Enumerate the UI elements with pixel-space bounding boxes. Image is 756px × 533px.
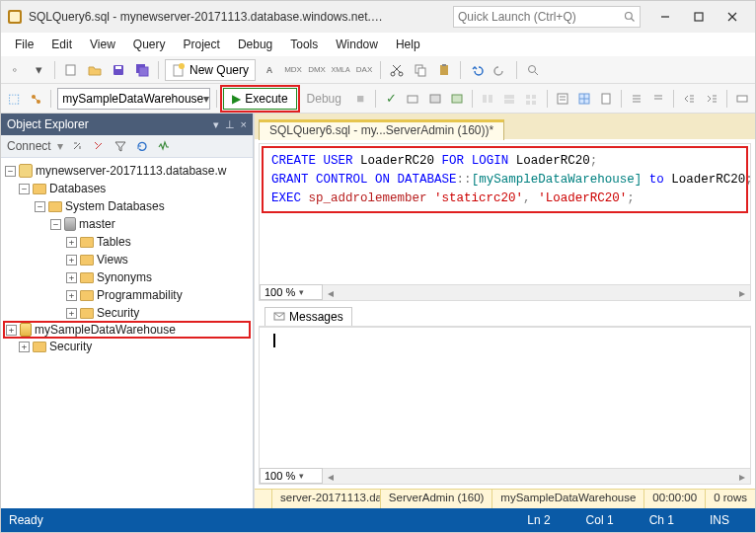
tree-views-node[interactable]: +Views (3, 251, 251, 268)
tree-master-node[interactable]: −master (3, 215, 251, 233)
menu-debug[interactable]: Debug (230, 36, 280, 53)
connect-icon[interactable] (69, 138, 85, 154)
results-to-file-icon[interactable] (597, 89, 615, 109)
xmla-icon[interactable]: XMLA (331, 60, 350, 80)
cancel-query-icon[interactable]: ■ (351, 89, 369, 109)
tree-my-dw-node[interactable]: +mySampleDataWarehouse (3, 321, 251, 339)
refresh-icon[interactable] (134, 138, 150, 154)
maximize-button[interactable] (682, 5, 716, 29)
query-options-icon[interactable] (426, 89, 444, 109)
xml-icon[interactable]: A (260, 60, 279, 80)
server-icon (19, 164, 33, 178)
horizontal-scrollbar[interactable]: ◂▸ (260, 284, 750, 300)
tree-tables-node[interactable]: +Tables (3, 233, 251, 251)
title-bar: SQLQuery6.sql - mynewserver-20171113.dat… (1, 1, 755, 33)
menu-tools[interactable]: Tools (282, 36, 326, 53)
tree-databases-node[interactable]: −Databases (3, 180, 251, 197)
zoom-selector[interactable]: 100 %▾ (260, 284, 323, 300)
results-to-grid-icon[interactable] (575, 89, 593, 109)
object-explorer-title: Object Explorer (7, 117, 89, 131)
tree-programmability-node[interactable]: +Programmability (3, 286, 251, 304)
svg-rect-37 (558, 94, 567, 104)
close-panel-icon[interactable]: × (241, 118, 247, 131)
svg-rect-34 (532, 95, 536, 99)
sql-editor-toolbar: ⬚ mySampleDataWarehouse ▾ ▶ Execute Debu… (1, 84, 755, 114)
svg-rect-26 (408, 96, 417, 103)
parse-icon[interactable]: ✓ (382, 89, 400, 109)
save-icon[interactable] (109, 60, 128, 80)
specify-values-icon[interactable] (733, 89, 751, 109)
menu-window[interactable]: Window (328, 36, 386, 53)
menu-help[interactable]: Help (388, 36, 428, 53)
status-rows: 0 rows (706, 490, 755, 508)
editor-tab-sqlquery6[interactable]: SQLQuery6.sql - my...ServerAdmin (160))* (259, 119, 504, 140)
tree-synonyms-node[interactable]: +Synonyms (3, 268, 251, 286)
include-actual-plan-icon[interactable] (479, 89, 496, 109)
results-to-text-icon[interactable] (553, 89, 570, 109)
code-content[interactable]: CREATE USER LoaderRC20 FOR LOGIN LoaderR… (262, 146, 748, 213)
pin-icon[interactable]: ⊥ (225, 118, 235, 131)
menu-query[interactable]: Query (125, 36, 174, 53)
filter-icon[interactable] (113, 138, 128, 154)
svg-rect-5 (695, 13, 703, 21)
database-selector[interactable]: mySampleDataWarehouse ▾ (57, 88, 210, 110)
comment-icon[interactable] (628, 89, 645, 109)
mdx-icon[interactable]: MDX (283, 60, 303, 80)
change-type-icon[interactable]: ⬚ (5, 89, 23, 109)
nav-back-icon[interactable]: ◦ (5, 60, 25, 80)
messages-panel[interactable]: 100 %▾ ◂▸ (259, 327, 751, 485)
nav-fwd-icon[interactable]: ▾ (29, 60, 48, 80)
save-all-icon[interactable] (132, 60, 152, 80)
svg-line-56 (95, 142, 98, 145)
status-ins: INS (692, 513, 747, 527)
intellisense-icon[interactable] (448, 89, 466, 109)
tree-server-node[interactable]: −mynewserver-20171113.database.w (3, 162, 251, 180)
horizontal-scrollbar-2[interactable]: ◂▸ (260, 468, 750, 484)
paste-icon[interactable] (434, 60, 454, 80)
activity-monitor-icon[interactable] (156, 138, 172, 154)
connect-toolbar: Connect ▾ (1, 135, 253, 158)
minimize-button[interactable] (648, 5, 682, 29)
open-icon[interactable] (85, 60, 105, 80)
include-live-stats-icon[interactable] (500, 89, 518, 109)
quick-launch-box[interactable] (453, 6, 641, 28)
dax-icon[interactable]: DAX (354, 60, 374, 80)
tree-system-databases-node[interactable]: −System Databases (3, 197, 251, 215)
change-connection-icon[interactable] (27, 89, 44, 109)
menu-file[interactable]: File (7, 36, 41, 53)
execute-button[interactable]: ▶ Execute (223, 88, 296, 110)
menu-view[interactable]: View (82, 36, 123, 53)
folder-icon (33, 184, 46, 194)
tree-security-top-node[interactable]: +Security (3, 338, 251, 355)
debug-button[interactable]: Debug (301, 92, 347, 106)
include-client-stats-icon[interactable] (522, 89, 540, 109)
window-position-icon[interactable]: ▾ (213, 118, 219, 131)
undo-icon[interactable] (467, 60, 487, 80)
uncomment-icon[interactable] (649, 89, 667, 109)
find-icon[interactable] (523, 60, 543, 80)
quick-launch-input[interactable] (458, 10, 624, 24)
dmx-icon[interactable]: DMX (307, 60, 327, 80)
copy-icon[interactable] (411, 60, 430, 80)
svg-rect-55 (737, 96, 747, 102)
cut-icon[interactable] (387, 60, 407, 80)
database-selected: mySampleDataWarehouse (62, 92, 203, 106)
new-query-button[interactable]: New Query (165, 59, 256, 81)
decrease-indent-icon[interactable] (680, 89, 698, 109)
new-project-icon[interactable] (61, 60, 81, 80)
tree-security-node[interactable]: +Security (3, 304, 251, 322)
menu-project[interactable]: Project (176, 36, 228, 53)
code-editor[interactable]: CREATE USER LoaderRC20 FOR LOGIN LoaderR… (259, 143, 751, 301)
redo-icon[interactable] (491, 60, 510, 80)
new-query-label: New Query (189, 63, 249, 77)
connect-label[interactable]: Connect (7, 139, 51, 153)
disconnect-icon[interactable] (91, 138, 107, 154)
svg-rect-8 (66, 65, 75, 75)
increase-indent-icon[interactable] (703, 89, 720, 109)
zoom-selector-2[interactable]: 100 %▾ (260, 468, 323, 484)
messages-tab[interactable]: Messages (265, 307, 352, 326)
close-button[interactable] (716, 5, 749, 29)
menu-edit[interactable]: Edit (43, 36, 80, 53)
display-plan-icon[interactable] (404, 89, 421, 109)
object-explorer-tree[interactable]: −mynewserver-20171113.database.w −Databa… (1, 158, 253, 508)
